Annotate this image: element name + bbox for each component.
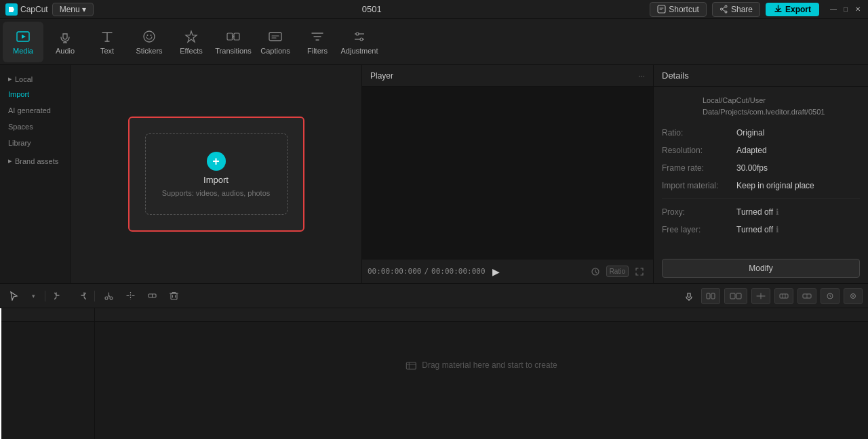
share-label: Share (731, 5, 753, 14)
sidebar-local-group[interactable]: ▸ Local (4, 70, 66, 85)
logo: CapCut (5, 3, 48, 16)
import-inner[interactable]: + Import Supports: videos, audios, photo… (145, 133, 288, 215)
free-layer-value: Turned off ℹ (736, 225, 860, 234)
player-time-total: 00:00:00:000 (431, 267, 485, 276)
trim-tool[interactable] (144, 288, 160, 304)
project-path: Local/CapCut/User Data/Projects/com.lved… (662, 95, 860, 117)
toolbar-audio[interactable]: Audio (45, 22, 85, 62)
import-area[interactable]: + Import Supports: videos, audios, photo… (128, 117, 304, 232)
timeline-btn-5[interactable] (797, 288, 816, 304)
svg-rect-12 (227, 33, 233, 40)
undo-button[interactable] (51, 288, 67, 304)
adjustment-icon (352, 29, 367, 44)
sidebar-brand-assets-label: Brand assets (15, 157, 58, 165)
text-icon (100, 29, 115, 44)
play-button[interactable]: ▶ (488, 264, 505, 280)
svg-point-3 (720, 8, 722, 10)
details-header: Details (654, 65, 868, 87)
cut-tool[interactable] (100, 288, 117, 304)
svg-point-9 (147, 35, 149, 36)
player-icon-btn-1[interactable] (587, 264, 604, 280)
timeline-btn-2[interactable] (724, 288, 747, 304)
mic-button[interactable] (681, 288, 697, 304)
title-bar: CapCut Menu ▾ 0501 Shortcut Share (0, 0, 868, 19)
toolbar-adjustment[interactable]: Adjustment (339, 22, 380, 62)
sidebar-item-import[interactable]: Import (4, 87, 66, 101)
export-button[interactable]: Export (766, 3, 819, 16)
toolbar-text-label: Text (100, 47, 114, 55)
maximize-button[interactable]: □ (841, 5, 850, 14)
sidebar-item-library[interactable]: Library (4, 136, 66, 150)
import-sub-label: Supports: videos, audios, photos (162, 189, 271, 197)
toolbar-text[interactable]: Text (87, 22, 127, 62)
close-button[interactable]: ✕ (853, 5, 863, 14)
fullscreen-button[interactable] (631, 264, 648, 280)
timeline-btn-1[interactable] (701, 288, 720, 304)
timeline-toolbar: ▾ (0, 284, 868, 308)
drag-hint-text: Drag material here and start to create (422, 360, 557, 370)
project-title: 0501 (362, 4, 382, 14)
ratio-button[interactable]: Ratio (606, 266, 629, 277)
menu-button[interactable]: Menu ▾ (52, 3, 94, 16)
toolbar-transitions[interactable]: Transitions (213, 22, 254, 62)
select-tool[interactable] (5, 288, 22, 304)
framerate-value: 30.00fps (736, 163, 860, 173)
toolbar-effects[interactable]: Effects (171, 22, 212, 62)
toolbar-effects-label: Effects (180, 47, 202, 55)
sidebar-item-spaces[interactable]: Spaces (4, 120, 66, 133)
framerate-label: Frame rate: (662, 163, 736, 173)
svg-point-8 (144, 31, 155, 42)
proxy-value: Turned off ℹ (736, 207, 860, 217)
timeline-area: ▾ (0, 283, 868, 439)
proxy-info-icon[interactable]: ℹ (776, 207, 779, 217)
select-dropdown[interactable]: ▾ (27, 288, 39, 304)
toolbar-stickers[interactable]: Stickers (129, 22, 170, 62)
svg-rect-36 (780, 294, 788, 298)
share-button[interactable]: Share (712, 2, 760, 17)
redo-button[interactable] (73, 288, 89, 304)
svg-marker-11 (186, 31, 197, 42)
export-label: Export (785, 5, 811, 14)
sidebar: ▸ Local Import AI generated Spaces Libra… (0, 65, 71, 283)
timeline-btn-4[interactable] (774, 288, 793, 304)
timeline-track-labels (0, 308, 95, 439)
svg-rect-35 (736, 293, 741, 299)
sidebar-brand-assets-group[interactable]: ▸ Brand assets (4, 152, 66, 167)
svg-point-2 (725, 11, 727, 13)
timeline-tracks[interactable]: Drag material here and start to create (95, 308, 868, 439)
local-arrow: ▸ (8, 75, 12, 83)
svg-rect-34 (730, 293, 735, 299)
ratio-label: Ratio: (662, 128, 736, 138)
detail-row-resolution: Resolution: Adapted (662, 146, 860, 155)
effects-icon (184, 29, 199, 44)
split-tool[interactable] (122, 288, 138, 304)
timeline-btn-3[interactable] (751, 288, 770, 304)
timeline-ruler (95, 308, 868, 322)
brand-assets-arrow: ▸ (8, 156, 12, 165)
title-bar-right: Shortcut Share Export — □ ✕ (650, 2, 863, 17)
toolbar-adjustment-label: Adjustment (340, 47, 378, 55)
toolbar-filters[interactable]: Filters (297, 22, 338, 62)
shortcut-button[interactable]: Shortcut (650, 2, 707, 17)
modify-button[interactable]: Modify (662, 259, 860, 278)
toolbar-media[interactable]: Media (3, 22, 43, 62)
player-time-current: 00:00:00:000 (368, 267, 421, 276)
detail-row-import-material: Import material: Keep in original place (662, 181, 860, 190)
free-layer-info-icon[interactable]: ℹ (776, 225, 779, 234)
svg-point-22 (110, 297, 113, 299)
timeline-content: Drag material here and start to create (0, 308, 868, 439)
drag-hint-icon (406, 360, 416, 371)
timeline-sep-1 (45, 291, 45, 301)
minimize-button[interactable]: — (829, 5, 838, 14)
player-menu-icon[interactable]: ··· (638, 71, 645, 81)
svg-point-18 (356, 33, 359, 35)
audio-icon (58, 29, 73, 44)
delete-tool[interactable] (165, 288, 182, 304)
toolbar-captions[interactable]: Captions (255, 22, 296, 62)
detail-row-proxy: Proxy: Turned off ℹ (662, 207, 860, 217)
title-bar-left: CapCut Menu ▾ (5, 3, 94, 16)
sidebar-item-ai-generated[interactable]: AI generated (4, 104, 66, 117)
timeline-btn-7[interactable] (844, 288, 863, 304)
timeline-sep-2 (94, 291, 95, 301)
timeline-btn-6[interactable] (821, 288, 840, 304)
